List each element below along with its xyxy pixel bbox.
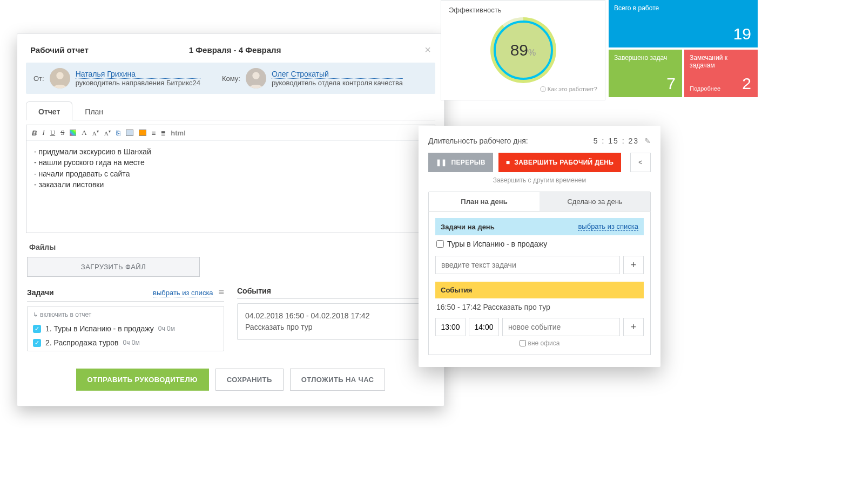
tab-day-done[interactable]: Сделано за день <box>540 192 650 211</box>
select-from-list-link[interactable]: выбрать из списка <box>578 222 638 231</box>
editor-toolbar: B I U S A A▾ A▾ ⎘ ≡ ≣ html <box>26 125 435 141</box>
event-text: Рассказать про тур <box>245 322 426 333</box>
share-icon: < <box>638 159 642 166</box>
italic-icon[interactable]: I <box>42 128 44 137</box>
end-workday-button[interactable]: ■ ЗАВЕРШИТЬ РАБОЧИЙ ДЕНЬ <box>498 153 621 172</box>
tile-more-link[interactable]: Подробнее <box>690 85 720 92</box>
svg-point-3 <box>252 72 259 79</box>
tile-done-label: Завершено задач <box>614 54 667 62</box>
pause-button[interactable]: ❚❚ ПЕРЕРЫВ <box>428 153 493 172</box>
video-icon[interactable] <box>139 130 146 136</box>
ol-icon[interactable]: ≡ <box>152 129 156 137</box>
task-checkbox[interactable]: ✓ <box>33 339 41 347</box>
event-time: 04.02.2018 16:50 - 04.02.2018 17:42 <box>245 310 426 322</box>
day-tasks-title: Задачи на день <box>441 223 495 231</box>
report-tabs: Отчет План <box>26 101 435 120</box>
footer-actions: ОТПРАВИТЬ РУКОВОДИТЕЛЮ СОХРАНИТЬ ОТЛОЖИТ… <box>17 369 444 391</box>
tile-done-value: 7 <box>666 74 676 93</box>
out-of-office-label: вне офиса <box>528 339 560 347</box>
font-icon[interactable]: A <box>82 128 86 137</box>
event-from-input[interactable] <box>435 318 466 336</box>
tab-report[interactable]: Отчет <box>26 101 72 120</box>
add-task-button[interactable]: + <box>623 256 644 274</box>
editor-body[interactable]: - придумали экскурсию в Шанхай - нашли р… <box>26 141 435 233</box>
tile-total[interactable]: Всего в работе 19 <box>609 0 758 47</box>
strike-icon[interactable]: S <box>60 128 64 137</box>
new-task-input[interactable] <box>435 256 620 274</box>
effectiveness-title: Эффективность <box>449 6 597 14</box>
tab-day-plan[interactable]: План на день <box>429 192 540 211</box>
event-to-input[interactable] <box>469 318 499 336</box>
avatar-to <box>246 68 266 88</box>
html-button[interactable]: html <box>171 129 185 137</box>
effectiveness-card: Эффективность 89% Как это работает? <box>441 0 605 100</box>
color-icon[interactable] <box>70 130 76 136</box>
stop-icon: ■ <box>506 159 510 166</box>
close-icon[interactable]: × <box>424 44 431 56</box>
event-box: 04.02.2018 16:50 - 04.02.2018 17:42 Расс… <box>237 303 434 340</box>
tile-done[interactable]: Завершено задач 7 <box>609 50 682 97</box>
underline-icon[interactable]: U <box>50 128 55 137</box>
report-daterange: 1 Февраля - 4 Февраля <box>45 45 424 55</box>
task-text: 2. Распродажа туров <box>45 338 119 347</box>
tile-total-value: 19 <box>733 25 751 43</box>
editor-text: - придумали экскурсию в Шанхай - нашли р… <box>34 146 427 190</box>
include-in-report-label: включить в отчет <box>33 311 218 318</box>
parties-bar: От: Наталья Грихина руководитель направл… <box>26 63 435 94</box>
tasks-box: включить в отчет ✓ 1. Туры в Испанию - в… <box>27 306 224 351</box>
pause-label: ПЕРЕРЫВ <box>451 159 486 166</box>
bold-icon[interactable]: B <box>32 129 37 137</box>
postpone-button[interactable]: ОТЛОЖИТЬ НА ЧАС <box>290 369 386 391</box>
from-name-link[interactable]: Наталья Грихина <box>76 70 200 79</box>
tile-issues[interactable]: Замечаний к задачам Подробнее 2 <box>684 50 758 97</box>
add-event-button[interactable]: + <box>623 318 644 336</box>
duration-value: 5 : 15 : 23 <box>594 137 639 145</box>
end-workday-label: ЗАВЕРШИТЬ РАБОЧИЙ ДЕНЬ <box>514 159 613 166</box>
day-task-text: Туры в Испанию - в продажу <box>447 240 547 248</box>
effectiveness-value: 89 <box>510 41 528 59</box>
day-task-row: Туры в Испанию - в продажу <box>435 235 644 253</box>
tile-issues-label: Замечаний к задачам <box>690 54 727 69</box>
list-icon[interactable]: ≡ <box>218 287 224 297</box>
stat-tiles: Всего в работе 19 Завершено задач 7 Заме… <box>609 0 758 97</box>
percent-sign: % <box>528 48 536 57</box>
out-of-office-checkbox[interactable] <box>520 340 526 346</box>
image-icon[interactable] <box>126 130 133 136</box>
select-from-list-link[interactable]: выбрать из списка <box>153 289 213 297</box>
day-events-header: События <box>435 282 644 298</box>
tile-total-label: Всего в работе <box>614 4 659 12</box>
day-events-title: События <box>441 286 472 294</box>
how-it-works-link[interactable]: Как это работает? <box>449 85 597 93</box>
events-title: События <box>237 287 271 295</box>
finish-other-time-link[interactable]: Завершить с другим временем <box>428 176 651 184</box>
day-event-line: 16:50 - 17:42 Рассказать про тур <box>435 298 644 316</box>
fontcolor-icon[interactable]: A▾ <box>104 129 111 137</box>
report-modal: Рабочий отчет 1 Февраля - 4 Февраля × От… <box>17 33 444 406</box>
task-row: ✓ 1. Туры в Испанию - в продажу 0ч 0м <box>33 322 218 336</box>
from-role: руководитель направления Битрикс24 <box>76 79 200 87</box>
day-tasks-header: Задачи на день выбрать из списка <box>435 218 644 235</box>
ul-icon[interactable]: ≣ <box>161 129 165 137</box>
files-label: Файлы <box>29 243 432 251</box>
share-button[interactable]: < <box>630 153 651 172</box>
save-button[interactable]: СОХРАНИТЬ <box>215 369 284 391</box>
day-task-checkbox[interactable] <box>436 240 444 248</box>
tasks-title: Задачи <box>27 288 54 297</box>
upload-file-button[interactable]: ЗАГРУЗИТЬ ФАЙЛ <box>27 257 200 277</box>
rich-editor: B I U S A A▾ A▾ ⎘ ≡ ≣ html - придумали э… <box>26 125 435 233</box>
tile-issues-value: 2 <box>742 74 751 93</box>
task-checkbox[interactable]: ✓ <box>33 325 41 333</box>
duration-label: Длительность рабочего дня: <box>428 137 528 145</box>
avatar-from <box>50 68 70 88</box>
fontsize-icon[interactable]: A▾ <box>92 129 99 137</box>
edit-time-icon[interactable]: ✎ <box>644 137 651 145</box>
new-event-input[interactable] <box>502 318 620 336</box>
task-time: 0ч 0м <box>123 339 140 346</box>
send-button[interactable]: ОТПРАВИТЬ РУКОВОДИТЕЛЮ <box>76 369 209 391</box>
tab-plan[interactable]: План <box>72 101 116 120</box>
link-icon[interactable]: ⎘ <box>116 129 120 137</box>
to-label: Кому: <box>222 74 240 83</box>
task-row: ✓ 2. Распродажа туров 0ч 0м <box>33 336 218 350</box>
to-name-link[interactable]: Олег Строкатый <box>272 70 403 79</box>
workday-panel: Длительность рабочего дня: 5 : 15 : 23 ✎… <box>419 126 660 367</box>
